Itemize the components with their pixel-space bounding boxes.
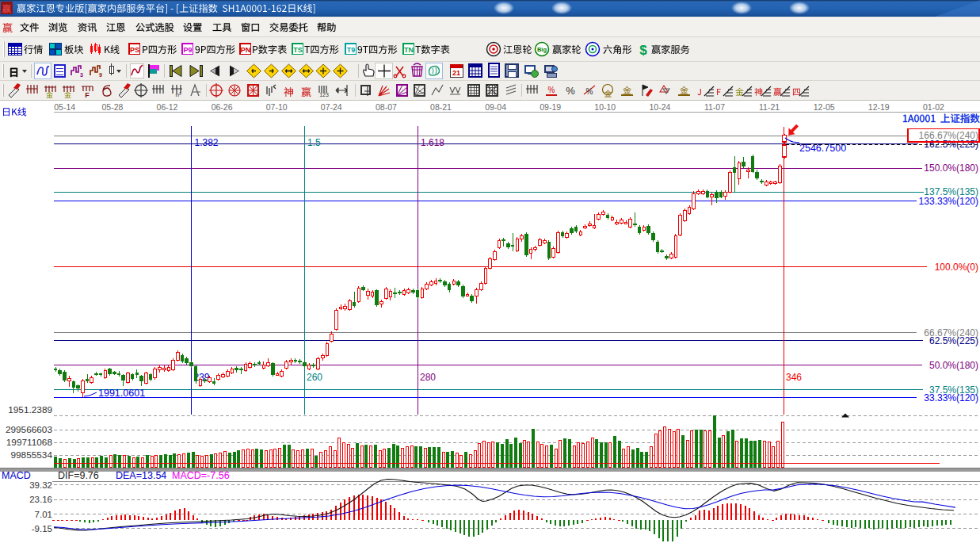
svg-text:11-07: 11-07: [704, 102, 725, 112]
svg-text:33.33%(120): 33.33%(120): [924, 392, 978, 403]
svg-text:01-02: 01-02: [923, 102, 944, 112]
svg-text:1951.2389: 1951.2389: [8, 404, 52, 415]
svg-text:39.32: 39.32: [29, 480, 52, 490]
svg-text:07-24: 07-24: [321, 102, 342, 112]
svg-text:07-10: 07-10: [266, 102, 288, 112]
svg-text:$: $: [639, 43, 647, 58]
svg-text:346: 346: [786, 372, 802, 383]
svg-text:06-12: 06-12: [157, 102, 178, 112]
svg-text:n²: n²: [175, 91, 181, 98]
svg-text:1.382: 1.382: [195, 137, 219, 148]
svg-text:10-10: 10-10: [594, 102, 616, 112]
svg-text:-9.15: -9.15: [32, 524, 52, 533]
svg-text:7.01: 7.01: [35, 510, 52, 519]
svg-text:12-19: 12-19: [868, 102, 890, 112]
svg-text:Big: Big: [537, 46, 547, 53]
svg-text:%: %: [586, 87, 593, 96]
svg-text:05-28: 05-28: [101, 102, 123, 112]
svg-text:F: F: [85, 91, 90, 99]
svg-text:1.5: 1.5: [307, 137, 321, 148]
svg-text:123: 123: [319, 92, 329, 98]
svg-text:09-04: 09-04: [485, 102, 506, 112]
svg-text:TS: TS: [293, 46, 303, 54]
svg-text:TN: TN: [404, 46, 414, 54]
svg-text:9: 9: [99, 72, 102, 78]
svg-text:260: 260: [307, 372, 322, 383]
svg-text:08-07: 08-07: [376, 102, 397, 112]
svg-text:P9: P9: [183, 46, 192, 54]
svg-text:12-05: 12-05: [814, 102, 835, 112]
svg-text:%: %: [566, 85, 575, 97]
svg-text:T9: T9: [347, 46, 356, 54]
svg-text:DIF=9.76: DIF=9.76: [58, 470, 99, 481]
svg-text:PS: PS: [130, 46, 139, 54]
svg-text:199711068: 199711068: [6, 437, 53, 448]
svg-text:10-24: 10-24: [649, 102, 670, 112]
svg-text:150.0%(180): 150.0%(180): [924, 163, 978, 174]
svg-text:133.33%(120): 133.33%(120): [919, 196, 978, 207]
svg-text:2546.7500: 2546.7500: [799, 143, 846, 154]
svg-text:23.16: 23.16: [29, 495, 52, 504]
svg-text:162.5%(225): 162.5%(225): [924, 139, 978, 150]
svg-text:3: 3: [80, 72, 83, 78]
svg-text:99855534: 99855534: [11, 449, 53, 461]
svg-text:11-21: 11-21: [759, 102, 780, 112]
svg-text:50.0%(180): 50.0%(180): [929, 360, 978, 371]
svg-text:62.5%(225): 62.5%(225): [929, 335, 978, 346]
svg-text:MACD: MACD: [2, 470, 31, 481]
svg-text:280: 280: [420, 372, 436, 383]
svg-text:1991.0601: 1991.0601: [98, 388, 145, 399]
svg-text:1.618: 1.618: [421, 137, 444, 148]
svg-text:299566603: 299566603: [6, 424, 52, 435]
svg-text:PN: PN: [241, 46, 251, 54]
svg-text:21: 21: [452, 69, 460, 77]
svg-text:06-26: 06-26: [212, 102, 233, 112]
svg-text:05-14: 05-14: [54, 102, 75, 112]
svg-text:08-21: 08-21: [430, 102, 452, 112]
svg-text:%: %: [548, 86, 555, 94]
svg-text:100.0%(0): 100.0%(0): [935, 262, 978, 273]
svg-text:MACD=-7.56: MACD=-7.56: [172, 470, 230, 481]
svg-text:DEA=13.54: DEA=13.54: [116, 470, 166, 481]
svg-text:09-19: 09-19: [540, 102, 561, 112]
